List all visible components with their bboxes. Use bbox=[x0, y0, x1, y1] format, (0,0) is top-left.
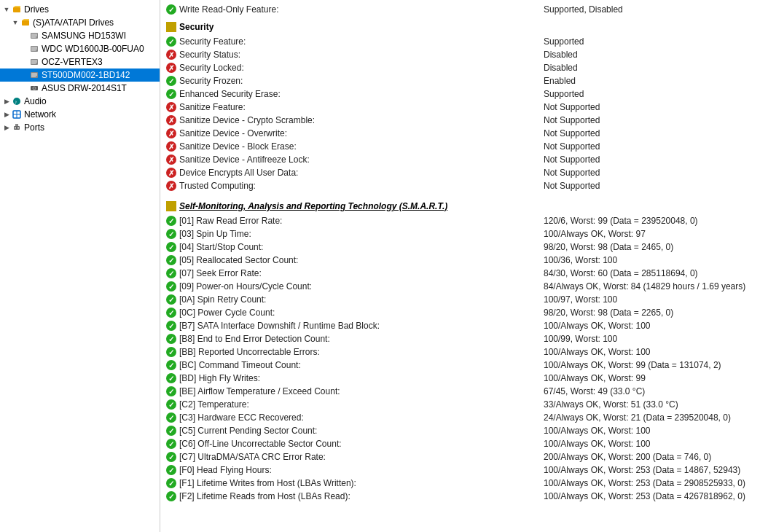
smart-row-value-13: 67/45, Worst: 49 (33.0 °C) bbox=[544, 386, 754, 396]
security-row-value-6: Not Supported bbox=[544, 115, 754, 125]
smart-row-8: ✓[B7] SATA Interface Downshift / Runtime… bbox=[166, 319, 754, 332]
security-row-icon-5: ✗ bbox=[166, 102, 176, 112]
svg-marker-3 bbox=[22, 19, 29, 20]
sidebar-label-st500: ST500DM002-1BD142 bbox=[42, 70, 130, 80]
sidebar-label-wdc: WDC WD1600JB-00FUA0 bbox=[42, 44, 144, 54]
smart-row-15: ✓[C3] Hardware ECC Recovered:24/Always O… bbox=[166, 411, 754, 424]
smart-row-label-8: [B7] SATA Interface Downshift / Runtime … bbox=[179, 321, 544, 331]
sidebar-item-network[interactable]: ▶Network bbox=[0, 108, 160, 121]
svg-point-12 bbox=[36, 63, 37, 64]
smart-row-icon-5: ✓ bbox=[166, 281, 176, 292]
smart-row-icon-3: ✓ bbox=[166, 255, 176, 265]
smart-row-value-14: 33/Always OK, Worst: 51 (33.0 °C) bbox=[544, 399, 754, 410]
security-row-label-6: Sanitize Device - Crypto Scramble: bbox=[179, 115, 544, 125]
security-row-icon-2: ✗ bbox=[166, 63, 176, 73]
sidebar-item-ports[interactable]: ▶Ports bbox=[0, 121, 160, 134]
security-row-value-2: Disabled bbox=[544, 63, 754, 73]
smart-row-icon-11: ✓ bbox=[166, 360, 176, 370]
security-row-label-4: Enhanced Security Erase: bbox=[179, 89, 544, 99]
sidebar-label-ocz: OCZ-VERTEX3 bbox=[42, 57, 103, 67]
sidebar-item-sata[interactable]: ▼(S)ATA/ATAPI Drives bbox=[0, 16, 160, 29]
smart-row-7: ✓[0C] Power Cycle Count:98/20, Worst: 98… bbox=[166, 306, 754, 319]
smart-row-label-20: [F1] Lifetime Writes from Host (LBAs Wri… bbox=[179, 478, 544, 488]
sidebar-label-drives: Drives bbox=[24, 4, 49, 15]
sidebar-item-drives[interactable]: ▼Drives bbox=[0, 3, 160, 16]
svg-point-26 bbox=[17, 128, 19, 129]
security-row-label-5: Sanitize Feature: bbox=[179, 102, 544, 112]
sidebar-item-st500[interactable]: ST500DM002-1BD142 bbox=[0, 69, 160, 82]
tree-icon-network bbox=[12, 109, 22, 120]
main-content: ✓ Write Read-Only Feature: Supported, Di… bbox=[160, 0, 760, 532]
smart-row-label-14: [C2] Temperature: bbox=[179, 399, 544, 410]
expand-icon-network: ▶ bbox=[3, 111, 10, 118]
smart-row-13: ✓[BE] Airflow Temperature / Exceed Count… bbox=[166, 385, 754, 398]
smart-row-label-0: [01] Raw Read Error Rate: bbox=[179, 216, 544, 226]
smart-row-icon-1: ✓ bbox=[166, 229, 176, 239]
smart-row-21: ✓[F2] Lifetime Reads from Host (LBAs Rea… bbox=[166, 490, 754, 503]
tree-icon-wdc bbox=[29, 44, 39, 54]
sidebar-item-ocz[interactable]: OCZ-VERTEX3 bbox=[0, 55, 160, 69]
smart-row-value-3: 100/36, Worst: 100 bbox=[544, 255, 754, 265]
smart-row-label-11: [BC] Command Timeout Count: bbox=[179, 360, 544, 370]
sidebar-label-sata: (S)ATA/ATAPI Drives bbox=[33, 17, 114, 28]
security-row-3: ✓Security Frozen:Enabled bbox=[166, 74, 754, 87]
smart-row-label-18: [C7] UltraDMA/SATA CRC Error Rate: bbox=[179, 452, 544, 462]
top-feature-status-icon: ✓ bbox=[166, 4, 176, 15]
tree-icon-ocz bbox=[29, 57, 39, 67]
security-row-6: ✗Sanitize Device - Crypto Scramble:Not S… bbox=[166, 114, 754, 127]
svg-rect-0 bbox=[13, 7, 20, 12]
smart-row-20: ✓[F1] Lifetime Writes from Host (LBAs Wr… bbox=[166, 477, 754, 490]
tree-icon-ports bbox=[12, 122, 22, 133]
sidebar-item-samsung[interactable]: SAMSUNG HD153WI bbox=[0, 29, 160, 42]
security-row-2: ✗Security Locked:Disabled bbox=[166, 61, 754, 74]
top-feature-label: Write Read-Only Feature: bbox=[179, 4, 544, 15]
security-row-label-2: Security Locked: bbox=[179, 63, 544, 73]
svg-rect-27 bbox=[15, 124, 18, 126]
top-feature-row: ✓ Write Read-Only Feature: Supported, Di… bbox=[166, 3, 754, 16]
security-row-8: ✗Sanitize Device - Block Erase:Not Suppo… bbox=[166, 140, 754, 153]
security-row-label-8: Sanitize Device - Block Erase: bbox=[179, 141, 544, 152]
tree-icon-asus bbox=[29, 83, 39, 93]
security-row-label-3: Security Frozen: bbox=[179, 76, 544, 86]
security-row-label-0: Security Feature: bbox=[179, 36, 544, 47]
security-row-value-9: Not Supported bbox=[544, 154, 754, 165]
smart-row-value-19: 100/Always OK, Worst: 253 (Data = 14867,… bbox=[544, 465, 754, 475]
security-row-label-10: Device Encrypts All User Data: bbox=[179, 168, 544, 178]
smart-row-icon-15: ✓ bbox=[166, 412, 176, 423]
smart-row-1: ✓[03] Spin Up Time:100/Always OK, Worst:… bbox=[166, 227, 754, 240]
security-row-icon-6: ✗ bbox=[166, 115, 176, 125]
sidebar: ▼Drives▼(S)ATA/ATAPI Drives SAMSUNG HD15… bbox=[0, 0, 160, 532]
svg-point-25 bbox=[15, 128, 16, 129]
sidebar-item-wdc[interactable]: WDC WD1600JB-00FUA0 bbox=[0, 42, 160, 55]
smart-row-icon-17: ✓ bbox=[166, 439, 176, 449]
smart-row-value-20: 100/Always OK, Worst: 253 (Data = 290852… bbox=[544, 478, 754, 488]
smart-row-19: ✓[F0] Head Flying Hours:100/Always OK, W… bbox=[166, 463, 754, 477]
smart-row-label-15: [C3] Hardware ECC Recovered: bbox=[179, 412, 544, 423]
security-row-7: ✗Sanitize Device - Overwrite:Not Support… bbox=[166, 127, 754, 140]
smart-row-icon-12: ✓ bbox=[166, 373, 176, 383]
sidebar-label-audio: Audio bbox=[24, 96, 47, 106]
security-row-9: ✗Sanitize Device - Antifreeze Lock:Not S… bbox=[166, 153, 754, 166]
svg-rect-2 bbox=[22, 20, 29, 26]
security-row-4: ✓Enhanced Security Erase:Supported bbox=[166, 87, 754, 101]
smart-row-label-3: [05] Reallocated Sector Count: bbox=[179, 255, 544, 265]
svg-point-15 bbox=[36, 76, 37, 77]
smart-row-value-7: 98/20, Worst: 98 (Data = 2265, 0) bbox=[544, 308, 754, 318]
expand-icon-st500 bbox=[20, 71, 28, 79]
expand-icon-audio: ▶ bbox=[3, 98, 10, 105]
sidebar-item-audio[interactable]: ▶♪Audio bbox=[0, 95, 160, 108]
smart-row-value-0: 120/6, Worst: 99 (Data = 239520048, 0) bbox=[544, 216, 754, 226]
smart-row-0: ✓[01] Raw Read Error Rate:120/6, Worst: … bbox=[166, 214, 754, 227]
security-rows-container: ✓Security Feature:Supported✗Security Sta… bbox=[166, 35, 754, 192]
smart-row-icon-9: ✓ bbox=[166, 334, 176, 344]
sidebar-label-asus: ASUS DRW-2014S1T bbox=[42, 83, 127, 93]
sidebar-item-asus[interactable]: ASUS DRW-2014S1T bbox=[0, 82, 160, 95]
smart-row-value-16: 100/Always OK, Worst: 100 bbox=[544, 426, 754, 436]
smart-row-value-4: 84/30, Worst: 60 (Data = 285118694, 0) bbox=[544, 268, 754, 278]
smart-row-label-5: [09] Power-on Hours/Cycle Count: bbox=[179, 281, 544, 292]
security-row-value-10: Not Supported bbox=[544, 168, 754, 178]
smart-row-6: ✓[0A] Spin Retry Count:100/97, Worst: 10… bbox=[166, 293, 754, 306]
smart-row-9: ✓[B8] End to End Error Detection Count:1… bbox=[166, 332, 754, 345]
security-section-icon bbox=[166, 22, 176, 32]
smart-header: Self-Monitoring, Analysis and Reporting … bbox=[166, 201, 754, 211]
